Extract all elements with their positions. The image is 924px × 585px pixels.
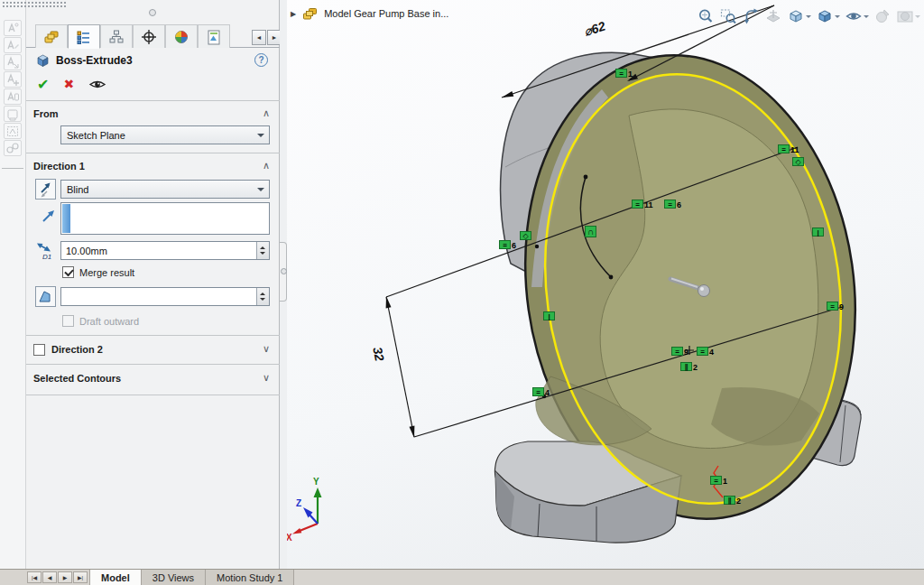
- expand-chevron-icon[interactable]: ∨: [263, 343, 270, 355]
- tab-configurationmanager[interactable]: [100, 24, 133, 48]
- tab-model[interactable]: Model: [89, 570, 142, 585]
- direction-reference-selection-box[interactable]: [60, 202, 270, 235]
- tab-displaymanager[interactable]: [165, 24, 198, 48]
- selected-contours-label: Selected Contours: [33, 373, 121, 384]
- tab-motion-study-1[interactable]: Motion Study 1: [206, 570, 294, 585]
- expand-chevron-icon[interactable]: ∨: [263, 372, 270, 384]
- chevron-down-icon[interactable]: [806, 15, 811, 21]
- previous-tab-button[interactable]: ◀: [42, 571, 57, 583]
- collapse-chevron-icon[interactable]: ∧: [263, 160, 270, 172]
- parallel-icon: ∥: [680, 362, 692, 371]
- tab-propertymanager[interactable]: [68, 24, 100, 49]
- relation-badge-coincident[interactable]: =6: [499, 240, 516, 250]
- annotation-stamp-icon[interactable]: [4, 123, 22, 139]
- splitter-handle-icon[interactable]: [281, 268, 287, 274]
- annotation-edit-icon[interactable]: [4, 37, 22, 53]
- toolbar-grip-dots[interactable]: [3, 2, 66, 7]
- chevron-down-icon[interactable]: [835, 15, 840, 21]
- direction2-checkbox[interactable]: [33, 344, 45, 356]
- cancel-button[interactable]: ✖: [63, 77, 74, 91]
- tab-dimxpertmanager[interactable]: [133, 24, 165, 48]
- chevron-down-icon[interactable]: [864, 15, 869, 21]
- reverse-direction-button[interactable]: [35, 179, 56, 200]
- merge-result-checkbox[interactable]: [62, 266, 74, 278]
- spin-down-icon[interactable]: [260, 252, 265, 257]
- start-condition-combo[interactable]: Sketch Plane: [60, 125, 270, 144]
- annotation-note-icon[interactable]: [4, 20, 22, 36]
- chain-dimension-icon[interactable]: [4, 140, 22, 156]
- coincident-icon: =: [499, 240, 511, 249]
- spin-down-icon[interactable]: [260, 298, 265, 303]
- direction2-group-header[interactable]: Direction 2 ∨: [26, 341, 281, 361]
- from-group-header[interactable]: From ∧: [26, 106, 281, 125]
- depth-spinner[interactable]: [256, 242, 269, 259]
- relation-badge-on-edge[interactable]: ∩: [585, 226, 597, 237]
- relation-badge-coincident[interactable]: =6: [664, 200, 681, 209]
- distance-dimension-text[interactable]: 32: [370, 346, 387, 362]
- tangent-icon: ◇: [520, 231, 531, 240]
- relation-badge-coincident[interactable]: =11: [632, 200, 653, 209]
- previous-view-button[interactable]: [742, 7, 760, 25]
- hide-show-items-button[interactable]: [845, 7, 869, 25]
- relation-badge-coincident[interactable]: =1: [710, 476, 727, 486]
- panel-viewport-splitter[interactable]: [280, 0, 287, 569]
- tab-graphics-viewer[interactable]: [198, 24, 230, 48]
- display-style-button[interactable]: [816, 7, 840, 25]
- zoom-fit-icon: [697, 7, 715, 25]
- vertical-icon: |: [812, 228, 824, 237]
- section-view-button[interactable]: [764, 7, 782, 25]
- draft-button[interactable]: [35, 286, 56, 307]
- preview-eye-button[interactable]: [88, 78, 106, 91]
- direction1-group-header[interactable]: Direction 1 ∧: [26, 158, 281, 178]
- sketch-point[interactable]: [535, 245, 539, 248]
- draft-angle-input[interactable]: [60, 287, 270, 306]
- depth-input[interactable]: 10.00mm: [60, 241, 270, 260]
- tab-3d-views[interactable]: 3D Views: [142, 570, 206, 585]
- relation-badge-coincident[interactable]: =4: [697, 347, 714, 357]
- relation-badge-tangent[interactable]: ◇: [792, 157, 805, 166]
- edit-appearance-button: [873, 7, 892, 25]
- flyout-feature-tree[interactable]: ▶ Model Gear Pump Base in...: [291, 6, 448, 21]
- triad-z-label: Z: [296, 498, 301, 508]
- tab-featuremanager[interactable]: [35, 24, 68, 48]
- zoom-to-area-button[interactable]: [719, 7, 737, 25]
- first-tab-button[interactable]: |◀: [27, 571, 42, 583]
- relation-badge-vertical[interactable]: |: [812, 228, 825, 237]
- splitter-bump[interactable]: [280, 242, 287, 302]
- spin-up-icon[interactable]: [260, 290, 265, 295]
- next-tab-button[interactable]: ▶: [58, 571, 72, 583]
- relation-badge-coincident[interactable]: =9: [827, 302, 844, 311]
- graphics-area[interactable]: Y X Z ▶ Model Gear Pump Base in... ⌀62 3…: [287, 0, 924, 569]
- collapse-chevron-icon[interactable]: ∧: [263, 107, 270, 119]
- zoom-to-fit-button[interactable]: [697, 7, 715, 25]
- annotation-pin-icon[interactable]: [4, 88, 22, 105]
- draft-spinner[interactable]: [256, 288, 269, 305]
- dimension-line-32[interactable]: [386, 297, 414, 437]
- view-orientation-icon: [787, 7, 805, 25]
- relation-badge-vertical[interactable]: |: [543, 311, 556, 320]
- relation-badge-coincident[interactable]: =4: [532, 387, 550, 397]
- relation-badge-parallel[interactable]: ∥2: [724, 496, 741, 506]
- relation-badge-parallel[interactable]: ∥2: [680, 362, 698, 372]
- sketch-point[interactable]: [609, 275, 614, 280]
- relation-badge-tangent[interactable]: ◇: [520, 231, 532, 240]
- dim-arrow: [386, 296, 392, 308]
- relation-badge-coincident[interactable]: =11: [778, 144, 799, 154]
- spin-up-icon[interactable]: [260, 244, 265, 249]
- ok-button[interactable]: ✔: [37, 76, 49, 93]
- annotation-add-icon[interactable]: [4, 71, 22, 88]
- sketch-point[interactable]: [584, 175, 588, 180]
- view-orientation-button[interactable]: [787, 7, 811, 25]
- annotation-move-icon[interactable]: [4, 54, 22, 70]
- relation-badge-coincident[interactable]: =1: [615, 69, 633, 79]
- relation-badge-coincident[interactable]: =9: [671, 347, 688, 357]
- end-condition-combo[interactable]: Blind: [60, 180, 270, 199]
- tab-scroll-left-button[interactable]: ◄: [252, 30, 266, 45]
- last-tab-button[interactable]: ▶|: [73, 571, 88, 583]
- help-button[interactable]: ?: [254, 53, 268, 67]
- selected-contours-group-header[interactable]: Selected Contours ∨: [26, 370, 281, 390]
- flyout-part-title[interactable]: Model Gear Pump Base in...: [324, 8, 448, 19]
- annotation-palette-icon[interactable]: [4, 106, 22, 122]
- panel-splitter-handle[interactable]: [149, 9, 156, 16]
- expand-tree-icon[interactable]: ▶: [291, 10, 296, 18]
